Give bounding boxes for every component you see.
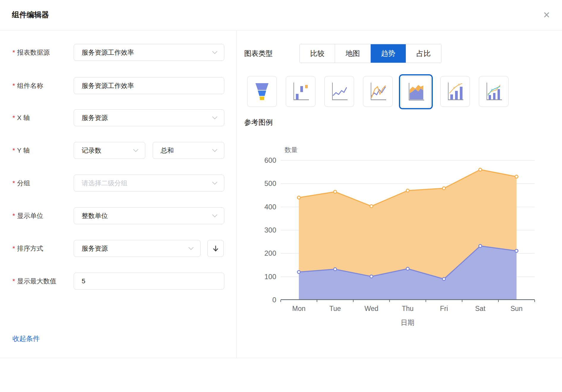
reference-legend-heading: 参考图例 [244, 118, 273, 127]
sort-select[interactable]: 服务资源 [74, 240, 201, 257]
chart-icon-bar-with-two-lines[interactable] [479, 76, 509, 107]
dialog-header: 组件编辑器 × [0, 0, 562, 31]
chevron-down-icon [212, 181, 217, 185]
required-asterisk: * [12, 179, 15, 187]
unit-select[interactable]: 整数单位 [74, 207, 224, 224]
y-tick-label: 400 [261, 203, 276, 211]
chevron-down-icon [188, 247, 194, 250]
form-row-max: * 显示最大数值 [0, 273, 236, 290]
chart-icon-range-bar[interactable] [286, 76, 315, 107]
x-tick-label: Tue [322, 304, 348, 313]
group-label: * 分组 [12, 175, 30, 192]
form-row-datasource: * 报表数据源 服务资源工作效率 [0, 44, 236, 61]
range-bar-icon [291, 81, 310, 102]
x-axis-label: * X 轴 [12, 109, 30, 126]
component-editor-dialog: 组件编辑器 × * 报表数据源 服务资源工作效率 * 组件名称 * X 轴 [0, 0, 562, 392]
x-axis-select[interactable]: 服务资源 [74, 109, 224, 126]
x-axis-title: 日期 [390, 318, 425, 327]
max-value-label: * 显示最大数值 [12, 273, 56, 290]
single-line-icon [330, 81, 349, 102]
y-axis-aggregate-select[interactable]: 总和 [153, 142, 224, 159]
chart-icon-bar-with-line[interactable] [440, 76, 470, 107]
y-tick-label: 200 [261, 249, 276, 258]
required-asterisk: * [12, 82, 15, 90]
form-row-name: * 组件名称 [0, 77, 236, 94]
sort-direction-button[interactable] [207, 240, 224, 257]
unit-label: * 显示单位 [12, 207, 43, 224]
sort-label: * 排序方式 [12, 240, 43, 257]
chart-type-label: 图表类型 [244, 44, 273, 63]
arrow-down-icon [212, 245, 220, 252]
y-tick-label: 300 [261, 226, 276, 235]
chevron-down-icon [212, 214, 217, 217]
form-row-group: * 分组 请选择二级分组 [0, 175, 236, 192]
y-axis-field-select[interactable]: 记录数 [74, 142, 145, 159]
required-asterisk: * [12, 114, 15, 122]
double-line-icon [368, 81, 387, 102]
y-axis-label: * Y 轴 [12, 142, 30, 159]
funnel-icon [252, 81, 271, 102]
tab-map[interactable]: 地图 [335, 44, 370, 63]
component-name-input[interactable] [74, 77, 224, 94]
y-tick-label: 500 [261, 179, 276, 188]
chart-icon-double-line[interactable] [363, 76, 393, 107]
required-asterisk: * [12, 245, 15, 252]
reference-chart: 数量 0100200300400500600 MonTueWedThuFriSa… [261, 144, 552, 334]
required-asterisk: * [12, 277, 15, 285]
close-icon[interactable]: × [539, 8, 554, 22]
datasource-select[interactable]: 服务资源工作效率 [74, 44, 224, 61]
y-tick-label: 0 [261, 295, 276, 304]
chart-type-tab-group: 比较 地图 趋势 占比 [299, 44, 441, 63]
stacked-area-icon [406, 81, 425, 102]
x-tick-label: Fri [431, 304, 457, 313]
tab-trend[interactable]: 趋势 [371, 44, 406, 63]
bar-with-two-lines-icon [484, 81, 503, 102]
y-tick-label: 600 [261, 156, 276, 165]
chevron-down-icon [212, 116, 217, 119]
required-asterisk: * [12, 49, 15, 56]
y-axis-title: 数量 [285, 146, 298, 154]
form-pane: * 报表数据源 服务资源工作效率 * 组件名称 * X 轴 服务资源 [0, 31, 236, 358]
datasource-label: * 报表数据源 [12, 44, 50, 61]
chevron-down-icon [212, 51, 217, 54]
chart-icon-stacked-area[interactable] [399, 74, 433, 109]
form-row-x-axis: * X 轴 服务资源 [0, 109, 236, 126]
chevron-down-icon [133, 149, 138, 152]
form-row-unit: * 显示单位 整数单位 [0, 207, 236, 224]
bar-with-line-icon [446, 81, 465, 102]
x-tick-label: Mon [285, 304, 312, 313]
chart-icon-funnel[interactable] [247, 76, 277, 107]
tab-proportion[interactable]: 占比 [406, 44, 441, 63]
y-tick-label: 100 [261, 272, 276, 281]
required-asterisk: * [12, 147, 15, 154]
max-value-input[interactable] [74, 273, 224, 290]
x-tick-label: Wed [358, 304, 385, 313]
pane-divider [236, 31, 237, 358]
collapse-conditions-link[interactable]: 收起条件 [12, 334, 40, 343]
dialog-footer: 取消 确定 [0, 358, 562, 392]
x-tick-label: Sun [503, 304, 530, 313]
required-asterisk: * [12, 212, 15, 220]
stacked-area-plot [281, 157, 535, 300]
chart-icon-single-line[interactable] [324, 76, 354, 107]
dialog-title: 组件编辑器 [12, 10, 49, 20]
chevron-down-icon [212, 149, 217, 152]
form-row-sort: * 排序方式 服务资源 [0, 240, 236, 257]
form-row-y-axis: * Y 轴 记录数 总和 [0, 142, 236, 159]
x-tick-label: Sat [467, 304, 494, 313]
x-tick-label: Thu [394, 304, 421, 313]
tab-compare[interactable]: 比较 [300, 44, 335, 63]
component-name-label: * 组件名称 [12, 77, 43, 94]
group-select[interactable]: 请选择二级分组 [74, 175, 224, 192]
